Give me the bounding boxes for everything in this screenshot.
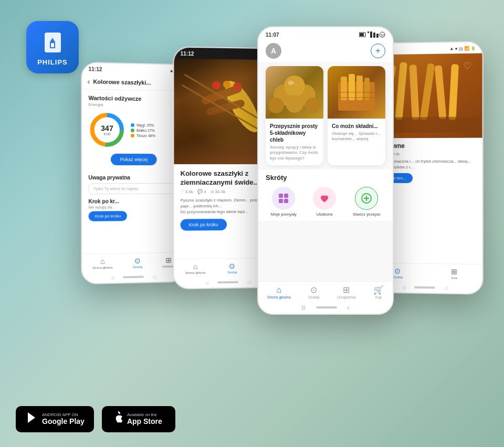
phone4-nav-search[interactable]: ⊙ Szukaj (393, 267, 403, 279)
phone3-search-label: Szukaj (308, 295, 319, 299)
search-nav-label: Szukaj (133, 265, 142, 269)
phone1-home-indicator: ||| ◁ (82, 271, 184, 283)
phone3-time: 11:07 (266, 32, 279, 38)
show-more-button[interactable]: Pokaż więcej (111, 154, 157, 165)
legend-dot-fat (131, 133, 134, 137)
phone3-buy-icon: 🛒 (373, 285, 384, 295)
google-play-icon (25, 411, 38, 427)
app-store-button[interactable]: Available on the App Store (102, 406, 175, 432)
svg-rect-20 (373, 33, 375, 38)
recipe-views: ⊙ 33.3k (211, 189, 226, 194)
svg-rect-18 (368, 31, 369, 33)
phone3-nav: ⌂ Strona główna ⊙ Szukaj ⊞ Urządzenia 🛒 … (258, 281, 393, 301)
phone3-status-bar: 11:07 5G (258, 27, 393, 40)
phones-container: 11:12 ●●● ‹ Kolorowe szaszłyki... ♡ Wart… (0, 16, 504, 395)
fries-card-title: Co możn składni... (332, 123, 381, 130)
recipe-card-bread[interactable]: Przepysznie prosty 5-składnikowy chleb S… (266, 66, 323, 165)
phone4-nav-other[interactable]: ⊞ Inne (452, 268, 458, 280)
phone3-home-bar (316, 306, 337, 308)
donut-center: 347 kcal (101, 124, 113, 135)
shortcut-my-ideas[interactable]: Moje pomysły (271, 187, 297, 217)
phone2-home-bar (217, 281, 238, 284)
phone3-home-indicator: ||| ‹ (258, 301, 393, 314)
fries-card-content: Co możn składni... Okazuje się... Sprawd… (328, 119, 385, 146)
create-recipe-icon (355, 187, 378, 210)
phone1-nav-search[interactable]: ⊙ Szukaj (133, 257, 142, 269)
step-button[interactable]: Krok po kroku (89, 211, 128, 221)
svg-rect-32 (341, 77, 347, 100)
phone1-nav: ⌂ Strona główna ⊙ Szukaj ⊞ Ulubione (82, 252, 184, 273)
shortcuts-grid: Moje pomysły Ulubione (266, 187, 385, 217)
svg-rect-41 (284, 199, 288, 203)
google-play-button[interactable]: ANDROID APP ON Google Play (16, 406, 94, 432)
shortcuts-title: Skróty (266, 174, 385, 182)
favorites-nav-icon: ⊞ (165, 256, 172, 264)
svg-rect-40 (279, 199, 283, 203)
phone4-search-icon: ⊙ (395, 267, 401, 275)
phone2-nav-search[interactable]: ⊙ Szukaj (227, 262, 237, 274)
legend-label-protein: Białko 27% (136, 129, 155, 132)
shortcut-create-recipe[interactable]: Stwórz przepis (353, 187, 380, 217)
phone-nutrition: 11:12 ●●● ‹ Kolorowe szaszłyki... ♡ Wart… (81, 62, 185, 285)
phone1-title: Kolorowe szaszłyki... (93, 78, 151, 86)
bread-card-content: Przepysznie prosty 5-składnikowy chleb S… (266, 119, 323, 165)
home-nav-label: Strona główna (92, 266, 113, 270)
my-ideas-label: Moje pomysły (271, 212, 297, 217)
phone2-step-button[interactable]: Krok po kroku (181, 219, 227, 231)
phone3-nav-home[interactable]: ⌂ Strona główna (267, 285, 291, 299)
svg-text:5G: 5G (381, 34, 385, 37)
step-section: Krok po kr... Nie wyżyją się... Krok po … (82, 194, 184, 226)
svg-point-29 (286, 95, 303, 113)
app-store-text: Available on the App Store (127, 413, 162, 426)
google-play-small-text: ANDROID APP ON (42, 413, 85, 417)
phone2-nav-home[interactable]: ⌂ Strona główna (185, 262, 206, 275)
svg-rect-21 (376, 34, 379, 38)
bread-card-desc: Surowy, sycący i łatwy w przygotowaniu. … (270, 145, 319, 161)
phone4-home-bar (414, 286, 435, 289)
phone1-time: 11:12 (89, 66, 102, 72)
phone3-header: A + (258, 40, 393, 62)
phone3-nav-search[interactable]: ⊙ Szukaj (308, 285, 319, 299)
step-title: Krok po kr... (89, 198, 178, 205)
recipe-cards-container: Przepysznie prosty 5-składnikowy chleb S… (258, 62, 393, 169)
svg-text:♡: ♡ (463, 61, 471, 71)
svg-point-28 (305, 98, 321, 113)
phone3-status-icons: 5G (359, 31, 385, 38)
phone2-search-icon: ⊙ (229, 262, 235, 270)
svg-point-30 (288, 81, 294, 85)
back-arrow-icon[interactable]: ‹ (87, 77, 90, 86)
user-avatar[interactable]: A (266, 43, 281, 59)
favorites-label: Ulubione (316, 212, 333, 217)
home-nav-icon: ⌂ (100, 257, 105, 265)
main-container: PHILIPS 11:12 ●●● ‹ Kolorowe szaszłyki..… (0, 0, 504, 447)
private-note-section: Uwaga prywatna Tylko Ty wiesz to napisz (82, 175, 184, 194)
recipe-likes: ♡ 3.6k (181, 189, 193, 194)
phone1-nav-home[interactable]: ⌂ Strona główna (92, 257, 113, 270)
svg-rect-17 (360, 33, 364, 36)
legend-dot-protein (131, 128, 134, 132)
recipe-card-2[interactable]: Co możn składni... Okazuje się... Sprawd… (328, 66, 385, 165)
phone2-time: 11:12 (181, 51, 194, 57)
donut-chart: 347 kcal (89, 111, 126, 148)
svg-marker-54 (28, 412, 35, 423)
fries-image (328, 66, 385, 119)
legend-item-protein: Białko 27% (131, 128, 155, 132)
svg-rect-39 (284, 194, 288, 198)
phone3-nav-devices[interactable]: ⊞ Urządzenia (337, 285, 355, 299)
download-buttons-container: ANDROID APP ON Google Play Available on … (16, 406, 175, 432)
phone3-devices-label: Urządzenia (337, 295, 355, 299)
google-play-large-text: Google Play (42, 417, 85, 426)
google-play-text: ANDROID APP ON Google Play (42, 413, 85, 426)
phone3-nav-buy[interactable]: 🛒 Kup (373, 285, 384, 299)
shortcut-favorites[interactable]: Ulubione (313, 187, 336, 217)
private-note-title: Uwaga prywatna (89, 175, 178, 180)
favorites-icon (313, 187, 336, 210)
legend-label-fat: Tłuszc 48% (136, 134, 155, 137)
svg-rect-19 (370, 31, 372, 38)
recipe-comments: 💬 4 (197, 189, 206, 194)
svg-rect-34 (356, 76, 363, 100)
private-note-input[interactable]: Tylko Ty wiesz to napisz (89, 183, 178, 195)
chart-legend: Węgl. 25% Białko 27% Tłuszc 48% (131, 123, 155, 137)
add-button[interactable]: + (371, 44, 385, 58)
search-nav-icon: ⊙ (134, 257, 141, 265)
